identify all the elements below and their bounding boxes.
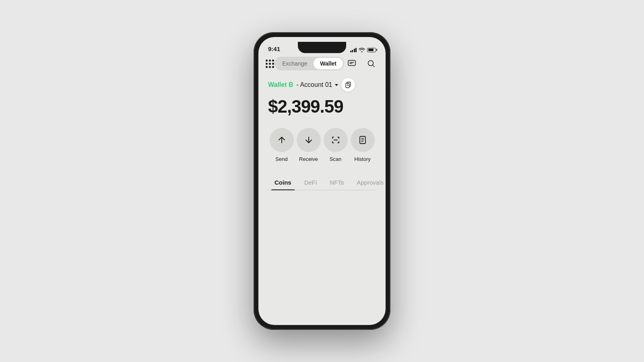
wallet-tab[interactable]: Wallet bbox=[314, 58, 343, 69]
grid-menu-icon[interactable] bbox=[266, 60, 274, 68]
tab-approvals[interactable]: Approvals bbox=[350, 175, 386, 190]
status-icons bbox=[350, 47, 376, 52]
tab-coins[interactable]: Coins bbox=[268, 175, 298, 190]
exchange-wallet-switcher: Exchange Wallet bbox=[275, 57, 344, 70]
wifi-icon bbox=[359, 47, 365, 52]
phone-container: 9:41 bbox=[254, 32, 390, 330]
header-right-actions bbox=[345, 56, 378, 71]
phone-screen: 9:41 bbox=[258, 37, 386, 325]
wallet-name: Wallet B bbox=[268, 81, 293, 88]
send-icon-circle bbox=[270, 128, 294, 152]
copy-address-button[interactable] bbox=[341, 78, 355, 92]
action-buttons: Send Receive bbox=[268, 128, 376, 162]
history-action[interactable]: History bbox=[351, 128, 375, 162]
main-content: Wallet B - Account 01 $2,399.59 bbox=[258, 75, 386, 325]
send-action[interactable]: Send bbox=[270, 128, 294, 162]
tab-defi[interactable]: DeFi bbox=[298, 175, 324, 190]
content-tab-bar: Coins DeFi NFTs Approvals bbox=[268, 175, 376, 190]
svg-rect-0 bbox=[348, 60, 355, 66]
history-icon-circle bbox=[351, 128, 375, 152]
search-button[interactable] bbox=[364, 56, 378, 71]
scan-icon-circle bbox=[324, 128, 348, 152]
battery-icon bbox=[367, 48, 376, 52]
send-label: Send bbox=[275, 156, 287, 162]
scan-icon bbox=[331, 135, 341, 145]
receive-icon-circle bbox=[297, 128, 321, 152]
exchange-tab[interactable]: Exchange bbox=[276, 58, 314, 69]
account-label: - Account 01 bbox=[297, 81, 332, 88]
scan-action[interactable]: Scan bbox=[324, 128, 348, 162]
status-time: 9:41 bbox=[268, 45, 280, 52]
receive-action[interactable]: Receive bbox=[297, 128, 321, 162]
messages-button[interactable] bbox=[345, 56, 359, 71]
signal-icon bbox=[350, 48, 357, 52]
history-icon bbox=[358, 135, 367, 145]
history-label: History bbox=[354, 156, 370, 162]
receive-label: Receive bbox=[299, 156, 318, 162]
account-info: - Account 01 bbox=[297, 81, 339, 88]
send-icon bbox=[277, 135, 287, 145]
app-header: Exchange Wallet bbox=[258, 55, 386, 75]
receive-icon bbox=[304, 135, 314, 145]
account-row: Wallet B - Account 01 bbox=[268, 78, 376, 92]
phone-notch bbox=[298, 42, 346, 53]
balance-display: $2,399.59 bbox=[268, 97, 376, 117]
account-dropdown-arrow[interactable] bbox=[335, 84, 338, 86]
scan-label: Scan bbox=[330, 156, 342, 162]
tab-nfts[interactable]: NFTs bbox=[323, 175, 350, 190]
